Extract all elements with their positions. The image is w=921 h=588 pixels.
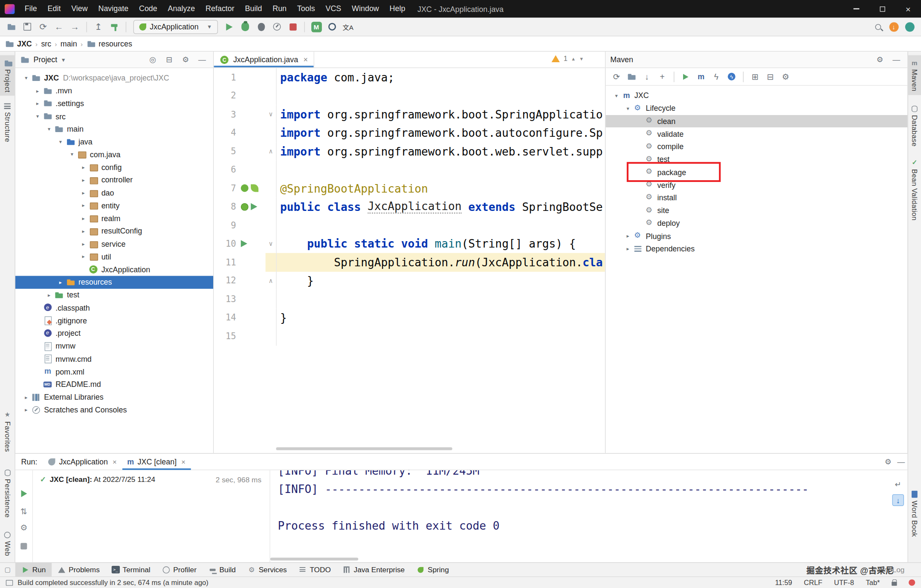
run-configuration-select[interactable]: JxcApplication ▼ bbox=[133, 20, 218, 34]
project-item-test[interactable]: ▸test bbox=[15, 288, 213, 301]
menu-navigate[interactable]: Navigate bbox=[93, 4, 133, 13]
menu-run[interactable]: Run bbox=[267, 4, 292, 13]
project-item-project[interactable]: .project bbox=[15, 327, 213, 340]
chevron-right-icon[interactable]: ▸ bbox=[55, 280, 65, 285]
project-item-settings[interactable]: ▸.settings bbox=[15, 97, 213, 110]
chevron-down-icon[interactable]: ▾ bbox=[55, 139, 65, 145]
chevron-down-icon[interactable]: ▾ bbox=[67, 152, 77, 158]
chevron-down-icon[interactable]: ▾ bbox=[611, 92, 621, 98]
chevron-down-icon[interactable]: ▾ bbox=[21, 75, 31, 81]
run-gutter-icon[interactable] bbox=[251, 203, 257, 210]
close-tab-icon[interactable]: × bbox=[304, 55, 308, 64]
scroll-to-end-button[interactable]: ↓ bbox=[892, 494, 904, 506]
breadcrumb-item-src[interactable]: src bbox=[41, 39, 51, 48]
stripe-button-project[interactable]: Project bbox=[0, 55, 14, 96]
project-item-external-libraries[interactable]: ▸External Libraries bbox=[15, 391, 213, 404]
project-item-mvnw-cmd[interactable]: mvnw.cmd bbox=[15, 352, 213, 365]
menu-file[interactable]: File bbox=[19, 4, 42, 13]
stripe-button-bean-validation[interactable]: Bean Validation bbox=[908, 155, 921, 224]
project-item-gitignore[interactable]: .gitignore bbox=[15, 314, 213, 327]
reimport-button[interactable]: ⟳ bbox=[609, 70, 624, 83]
chevron-right-icon[interactable]: ▸ bbox=[78, 254, 88, 260]
code-text[interactable]: public class JxcApplication extends Spri… bbox=[276, 198, 605, 216]
stop-button[interactable] bbox=[285, 20, 301, 34]
editor-horizontal-scrollbar[interactable] bbox=[276, 447, 452, 450]
chevron-right-icon[interactable]: ▸ bbox=[78, 216, 88, 222]
save-all-button[interactable] bbox=[19, 20, 35, 34]
rerun-button[interactable] bbox=[15, 490, 32, 497]
stop-process-button[interactable] bbox=[15, 543, 32, 549]
toolwindow-button-terminal[interactable]: Terminal bbox=[106, 563, 156, 576]
hide-panel-button[interactable]: — bbox=[890, 54, 903, 66]
leaf-gutter-icon[interactable] bbox=[251, 184, 258, 192]
fold-up-icon[interactable]: ∧ bbox=[266, 271, 276, 290]
chevron-right-icon[interactable]: ▸ bbox=[623, 233, 633, 239]
project-item-config[interactable]: ▸config bbox=[15, 161, 213, 174]
toolwindow-button-java-enterprise[interactable]: Java Enterprise bbox=[337, 563, 411, 576]
toggle-layout-button[interactable]: ⇅ bbox=[15, 507, 32, 516]
chevron-right-icon[interactable]: ▸ bbox=[32, 101, 42, 107]
maven-item-compile[interactable]: compile bbox=[605, 140, 907, 153]
project-item-src[interactable]: ▾src bbox=[15, 110, 213, 123]
chevron-right-icon[interactable]: ▸ bbox=[623, 246, 633, 252]
generate-sources-button[interactable] bbox=[624, 70, 639, 83]
maven-item-install[interactable]: install bbox=[605, 191, 907, 204]
chevron-right-icon[interactable]: ▸ bbox=[21, 407, 31, 413]
chevron-down-icon[interactable]: ▾ bbox=[32, 113, 42, 119]
menu-analyze[interactable]: Analyze bbox=[162, 4, 200, 13]
code-text[interactable]: import org.springframework.boot.SpringAp… bbox=[276, 105, 605, 124]
menu-window[interactable]: Window bbox=[347, 4, 385, 13]
minimize-button[interactable] bbox=[843, 0, 869, 17]
profiler-button[interactable] bbox=[269, 20, 285, 34]
notification-icon[interactable] bbox=[909, 579, 915, 586]
hide-panel-button[interactable]: — bbox=[196, 54, 209, 66]
inspection-widget[interactable]: 1 ▲ ▼ bbox=[552, 55, 584, 63]
project-item-java[interactable]: ▾java bbox=[15, 135, 213, 148]
run-result-tree[interactable]: ✓JXC [clean]: At 2022/7/25 11:24 2 sec, … bbox=[33, 470, 270, 562]
toolwindow-button-problems[interactable]: Problems bbox=[52, 563, 105, 576]
project-item-main[interactable]: ▾main bbox=[15, 123, 213, 135]
update-notification-button[interactable]: ↓ bbox=[886, 20, 901, 34]
code-text[interactable]: import org.springframework.boot.web.serv… bbox=[276, 142, 605, 160]
stripe-button-favorites[interactable]: Favorites bbox=[0, 407, 14, 455]
breadcrumb-item-resources[interactable]: resources bbox=[86, 39, 132, 49]
code-text[interactable]: package com.java; bbox=[276, 68, 605, 86]
run-settings-wrench-button[interactable]: ⚙ bbox=[15, 523, 32, 532]
close-tab-icon[interactable]: × bbox=[113, 458, 117, 466]
chevron-right-icon[interactable]: ▸ bbox=[78, 190, 88, 196]
stripe-button-database[interactable]: Database bbox=[908, 102, 921, 150]
stripe-button-web[interactable]: Web bbox=[0, 528, 14, 560]
debug-button[interactable] bbox=[237, 20, 253, 34]
toolwindow-button-profiler[interactable]: Profiler bbox=[156, 563, 202, 576]
lock-icon[interactable] bbox=[892, 581, 897, 585]
code-text[interactable]: import org.springframework.boot.autoconf… bbox=[276, 124, 605, 142]
project-item-entity[interactable]: ▸entity bbox=[15, 199, 213, 212]
back-button[interactable]: ← bbox=[51, 20, 67, 34]
chevron-right-icon[interactable]: ▸ bbox=[78, 241, 88, 247]
menu-view[interactable]: View bbox=[66, 4, 93, 13]
maximize-button[interactable] bbox=[869, 0, 895, 17]
locate-file-button[interactable]: ◎ bbox=[146, 54, 159, 66]
sync-button[interactable]: ⟳ bbox=[35, 20, 51, 34]
menu-help[interactable]: Help bbox=[384, 4, 411, 13]
soft-wrap-button[interactable]: ↵ bbox=[892, 478, 904, 490]
project-item-pom-xml[interactable]: pom.xml bbox=[15, 365, 213, 378]
stripe-button-word-book[interactable]: Word Book bbox=[908, 487, 921, 540]
toolwindow-button-services[interactable]: Services bbox=[242, 563, 293, 576]
editor-body[interactable]: 1package com.java;23∨import org.springfr… bbox=[214, 68, 605, 453]
project-item-util[interactable]: ▸util bbox=[15, 251, 213, 263]
chevron-right-icon[interactable]: ▸ bbox=[21, 394, 31, 400]
project-item-jxcapplication[interactable]: JxcApplication bbox=[15, 263, 213, 276]
project-item-dao[interactable]: ▸dao bbox=[15, 187, 213, 199]
maven-item-clean[interactable]: clean bbox=[605, 115, 907, 127]
add-maven-project-button[interactable]: + bbox=[655, 70, 669, 83]
breadcrumb-item-jxc[interactable]: JXC bbox=[5, 39, 32, 49]
run-gutter-icon[interactable] bbox=[241, 240, 247, 248]
coverage-button[interactable] bbox=[253, 20, 269, 34]
chevron-right-icon[interactable]: ▸ bbox=[78, 203, 88, 209]
project-item-service[interactable]: ▸service bbox=[15, 238, 213, 251]
project-item-controller[interactable]: ▸controller bbox=[15, 174, 213, 187]
project-item-mvnw[interactable]: mvnw bbox=[15, 340, 213, 352]
code-text[interactable] bbox=[276, 290, 605, 308]
code-text[interactable]: } bbox=[276, 271, 605, 290]
